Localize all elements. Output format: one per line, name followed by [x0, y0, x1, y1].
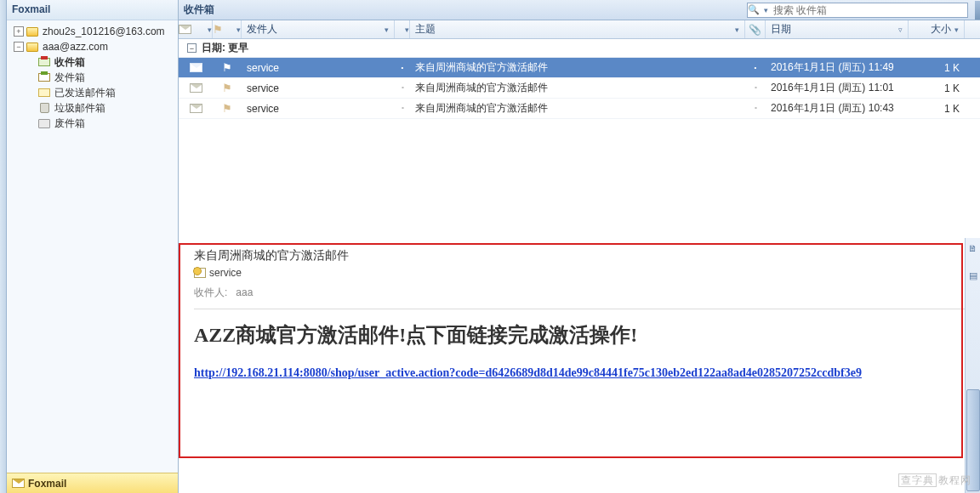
- contact-icon: [194, 268, 206, 278]
- folder-tree: + zhou2s_101216@163.com − aaa@azz.com 收件…: [7, 20, 178, 473]
- mail-date: 2016年1月1日 (周五) 10:43: [766, 101, 909, 116]
- toolbar: 收件箱 🔍 ▾: [179, 0, 980, 20]
- mail-list-area: ▾ ⚑▾ 发件人▾ ▾ 主题▾ 📎 日期▿ 大小▾ − 日期: 更早 ⚑ ser: [179, 20, 980, 238]
- account-label: zhou2s_101216@163.com: [43, 26, 165, 37]
- envelope-icon: [190, 104, 202, 113]
- dot-icon: ∘: [395, 84, 410, 92]
- note-icon[interactable]: 🗎: [968, 243, 978, 253]
- flag-icon[interactable]: ⚑: [222, 62, 232, 73]
- preview-heading: AZZ商城官方激活邮件!点下面链接完成激活操作!: [194, 321, 965, 348]
- trash-icon: [37, 102, 51, 114]
- mail-icon: [12, 479, 25, 488]
- col-status-icon[interactable]: ▾: [179, 20, 213, 38]
- sort-arrow-icon: ▿: [898, 26, 903, 34]
- mail-subject: 来自周洲商城的官方激活邮件: [410, 101, 745, 116]
- toolbar-splitter[interactable]: [975, 1, 980, 20]
- folder-icon: [26, 26, 39, 37]
- toolbar-title: 收件箱: [179, 3, 214, 17]
- col-subject[interactable]: 主题▾: [410, 20, 745, 38]
- mail-row[interactable]: ⚑ service • 来自周洲商城的官方激活邮件 • 2016年1月1日 (周…: [179, 58, 980, 78]
- mail-date: 2016年1月1日 (周五) 11:01: [766, 81, 909, 95]
- watermark: 查字典教程网: [898, 473, 971, 488]
- recipient-label: 收件人:: [194, 286, 227, 298]
- search-box[interactable]: 🔍 ▾: [747, 3, 968, 18]
- activation-link[interactable]: http://192.168.21.114:8080/shop/user_act…: [194, 364, 862, 382]
- group-collapse-icon[interactable]: −: [187, 43, 197, 53]
- col-label: 主题: [415, 22, 436, 37]
- mail-row[interactable]: ⚑ service ∘ 来自周洲商城的官方激活邮件 ∘ 2016年1月1日 (周…: [179, 99, 980, 119]
- dot-icon: ∘: [395, 105, 410, 112]
- paperclip-icon: 📎: [749, 24, 761, 36]
- expand-icon[interactable]: +: [14, 26, 24, 37]
- sidebar-item-inbox[interactable]: 收件箱: [9, 54, 176, 70]
- list-blank: [179, 119, 980, 238]
- outbox-icon: [37, 71, 51, 83]
- col-date[interactable]: 日期▿: [766, 20, 909, 38]
- sidebar-header: Foxmail: [7, 0, 178, 20]
- flag-icon[interactable]: ⚑: [222, 82, 232, 94]
- folder-label: 垃圾邮件箱: [54, 101, 105, 116]
- account-node[interactable]: + zhou2s_101216@163.com: [9, 24, 176, 39]
- mail-row[interactable]: ⚑ service ∘ 来自周洲商城的官方激活邮件 ∘ 2016年1月1日 (周…: [179, 78, 980, 99]
- dot-icon: •: [395, 64, 410, 71]
- col-scroll: [965, 20, 980, 38]
- mail-size: 1 K: [909, 103, 965, 115]
- col-flag[interactable]: ⚑▾: [213, 20, 242, 38]
- folder-label: 已发送邮件箱: [54, 86, 116, 100]
- mail-size: 1 K: [909, 62, 965, 74]
- mail-subject: 来自周洲商城的官方激活邮件: [410, 60, 745, 75]
- search-input[interactable]: [772, 4, 967, 16]
- sort-arrow-icon: ▾: [236, 26, 241, 34]
- mail-sender: service: [242, 103, 395, 115]
- sort-arrow-icon: ▾: [208, 26, 212, 34]
- preview-right-bar: 🗎 ▤: [965, 238, 980, 493]
- preview-sender: service: [209, 267, 242, 279]
- dot-icon: ∘: [745, 105, 766, 112]
- sidebar-item-deleted[interactable]: 废件箱: [9, 116, 176, 131]
- sent-icon: [37, 87, 51, 99]
- collapse-icon[interactable]: −: [14, 42, 24, 52]
- sidebar-item-spam[interactable]: 垃圾邮件箱: [9, 100, 176, 116]
- folder-label: 收件箱: [54, 55, 85, 70]
- col-label: 大小: [931, 22, 951, 37]
- sort-arrow-icon: ▾: [735, 26, 739, 34]
- preview-recipient-row: 收件人: aaa: [194, 284, 965, 309]
- sort-arrow-icon: ▾: [385, 26, 389, 34]
- preview-subject: 来自周洲商城的官方激活邮件: [194, 248, 965, 264]
- options-icon[interactable]: ▤: [968, 270, 978, 280]
- sidebar-item-sent[interactable]: 已发送邮件箱: [9, 85, 176, 100]
- sort-arrow-icon: ▾: [954, 26, 959, 34]
- flag-icon[interactable]: ⚑: [222, 103, 232, 114]
- col-size[interactable]: 大小▾: [909, 20, 965, 38]
- group-label: 日期: 更早: [202, 41, 248, 55]
- col-label: 日期: [771, 22, 791, 37]
- dot-icon: •: [745, 64, 766, 71]
- main-panel: 收件箱 🔍 ▾ ▾ ⚑▾ 发件人▾ ▾ 主题▾ 📎 日期▿ 大小▾: [179, 0, 980, 493]
- account-node[interactable]: − aaa@azz.com: [9, 39, 176, 54]
- folder-label: 废件箱: [54, 116, 85, 131]
- group-row[interactable]: − 日期: 更早: [179, 39, 980, 58]
- col-label: 发件人: [247, 22, 277, 37]
- mail-size: 1 K: [909, 82, 965, 94]
- col-sender[interactable]: 发件人▾: [242, 20, 395, 38]
- recipient-value: aaa: [236, 286, 253, 298]
- preview-pane: 来自周洲商城的官方激活邮件 service 收件人: aaa AZZ商城官方激活…: [179, 238, 980, 493]
- col-attachment[interactable]: 📎: [745, 20, 766, 38]
- search-icon: 🔍: [748, 4, 760, 16]
- col-dot[interactable]: ▾: [395, 20, 410, 38]
- mail-date: 2016年1月1日 (周五) 11:49: [766, 60, 909, 75]
- search-scope-dropdown[interactable]: ▾: [760, 6, 772, 14]
- sidebar-item-outbox[interactable]: 发件箱: [9, 70, 176, 85]
- inbox-icon: [37, 56, 51, 68]
- list-body: − 日期: 更早 ⚑ service • 来自周洲商城的官方激活邮件 • 201…: [179, 39, 980, 119]
- folder-icon: [26, 41, 39, 53]
- sidebar-footer[interactable]: Foxmail: [7, 473, 178, 493]
- folder-label: 发件箱: [54, 71, 85, 85]
- footer-label: Foxmail: [28, 478, 66, 490]
- dot-icon: ∘: [745, 84, 766, 92]
- preview-sender-row: service: [194, 267, 965, 279]
- list-header: ▾ ⚑▾ 发件人▾ ▾ 主题▾ 📎 日期▿ 大小▾: [179, 20, 980, 39]
- mail-subject: 来自周洲商城的官方激活邮件: [410, 81, 745, 95]
- flag-icon: ⚑: [213, 24, 223, 35]
- sidebar: Foxmail + zhou2s_101216@163.com − aaa@az…: [7, 0, 179, 493]
